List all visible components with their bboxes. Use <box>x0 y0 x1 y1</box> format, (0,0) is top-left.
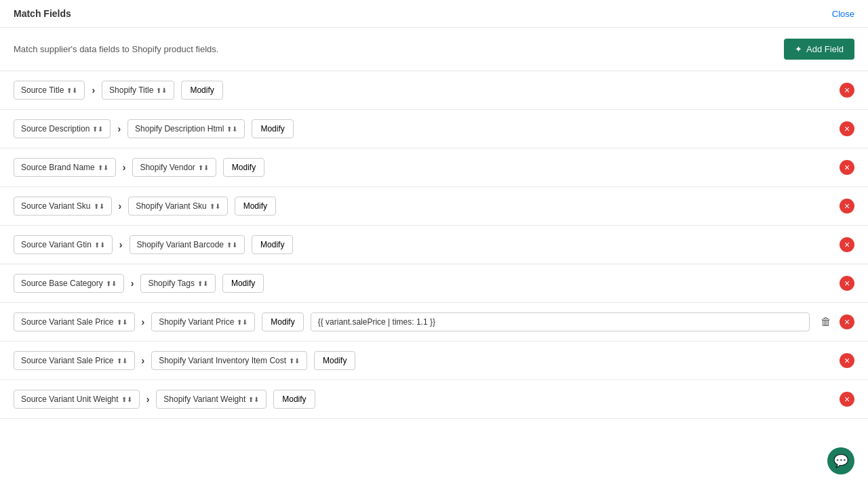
page-description-bar: Match supplier's data fields to Shopify … <box>0 28 868 71</box>
modify-button[interactable]: Modify <box>235 197 276 216</box>
row-actions: 🗑× <box>816 314 854 329</box>
field-arrow-icon: › <box>142 355 145 366</box>
target-field-select[interactable]: Shopify Variant Barcode⬆⬇ <box>130 235 245 254</box>
source-field-select[interactable]: Source Title⬆⬇ <box>14 81 85 100</box>
add-field-button[interactable]: ✦ Add Field <box>784 39 854 60</box>
header: Match Fields Close <box>0 0 868 28</box>
modify-button[interactable]: Modify <box>181 81 222 100</box>
close-button[interactable]: Close <box>832 9 854 19</box>
modify-button[interactable]: Modify <box>252 235 293 254</box>
field-row: Source Variant Sku⬆⬇›Shopify Variant Sku… <box>0 187 868 226</box>
source-field-select[interactable]: Source Variant Sale Price⬆⬇ <box>14 351 135 370</box>
delete-button[interactable]: × <box>840 199 854 214</box>
delete-button[interactable]: × <box>840 276 854 291</box>
page-title: Match Fields <box>14 8 71 19</box>
field-arrow-icon: › <box>117 123 121 134</box>
source-field-select[interactable]: Source Base Category⬆⬇ <box>14 274 124 293</box>
source-field-select[interactable]: Source Variant Unit Weight⬆⬇ <box>14 390 140 409</box>
delete-button[interactable]: × <box>840 83 854 98</box>
target-field-select[interactable]: Shopify Variant Inventory Item Cost⬆⬇ <box>151 351 307 370</box>
field-arrow-icon: › <box>123 162 126 173</box>
delete-button[interactable]: × <box>840 160 854 175</box>
field-row: Source Variant Sale Price⬆⬇›Shopify Vari… <box>0 303 868 342</box>
field-row: Source Variant Gtin⬆⬇›Shopify Variant Ba… <box>0 226 868 264</box>
field-arrow-icon: › <box>119 201 122 211</box>
modify-button[interactable]: Modify <box>314 351 355 370</box>
modify-button[interactable]: Modify <box>223 158 264 177</box>
add-field-icon: ✦ <box>795 44 802 54</box>
modify-button[interactable]: Modify <box>262 312 303 331</box>
source-field-select[interactable]: Source Description⬆⬇ <box>14 119 111 138</box>
source-field-select[interactable]: Source Variant Sku⬆⬇ <box>14 197 112 216</box>
modify-button[interactable]: Modify <box>273 390 315 409</box>
field-row: Source Brand Name⬆⬇›Shopify Vendor⬆⬇Modi… <box>0 148 868 187</box>
delete-button[interactable]: × <box>840 121 854 136</box>
modify-button[interactable]: Modify <box>222 274 264 293</box>
field-arrow-icon: › <box>119 239 123 250</box>
field-arrow-icon: › <box>142 317 145 327</box>
modify-button[interactable]: Modify <box>252 119 293 138</box>
field-rows-container: Source Title⬆⬇›Shopify Title⬆⬇Modify×Sou… <box>0 71 868 419</box>
description-text: Match supplier's data fields to Shopify … <box>14 44 218 54</box>
target-field-select[interactable]: Shopify Description Html⬆⬇ <box>127 119 245 138</box>
target-field-select[interactable]: Shopify Tags⬆⬇ <box>140 274 216 293</box>
field-row: Source Variant Sale Price⬆⬇›Shopify Vari… <box>0 342 868 380</box>
field-row: Source Description⬆⬇›Shopify Description… <box>0 110 868 148</box>
source-field-select[interactable]: Source Brand Name⬆⬇ <box>14 158 116 177</box>
target-field-select[interactable]: Shopify Variant Price⬆⬇ <box>151 312 255 331</box>
delete-button[interactable]: × <box>840 237 854 252</box>
target-field-select[interactable]: Shopify Variant Weight⬆⬇ <box>156 390 267 409</box>
field-arrow-icon: › <box>146 394 150 405</box>
field-row: Source Variant Unit Weight⬆⬇›Shopify Var… <box>0 380 868 419</box>
trash-button[interactable]: 🗑 <box>816 314 835 329</box>
field-arrow-icon: › <box>131 278 134 289</box>
modify-input[interactable] <box>311 312 810 331</box>
add-field-label: Add Field <box>806 44 844 54</box>
delete-button[interactable]: × <box>840 353 854 368</box>
target-field-select[interactable]: Shopify Vendor⬆⬇ <box>132 158 216 177</box>
delete-button[interactable]: × <box>840 392 854 407</box>
field-row: Source Base Category⬆⬇›Shopify Tags⬆⬇Mod… <box>0 264 868 303</box>
source-field-select[interactable]: Source Variant Gtin⬆⬇ <box>14 235 113 254</box>
field-row: Source Title⬆⬇›Shopify Title⬆⬇Modify× <box>0 71 868 110</box>
target-field-select[interactable]: Shopify Title⬆⬇ <box>102 81 174 100</box>
source-field-select[interactable]: Source Variant Sale Price⬆⬇ <box>14 312 135 331</box>
delete-button[interactable]: × <box>840 314 854 329</box>
field-arrow-icon: › <box>92 85 95 96</box>
target-field-select[interactable]: Shopify Variant Sku⬆⬇ <box>128 197 228 216</box>
